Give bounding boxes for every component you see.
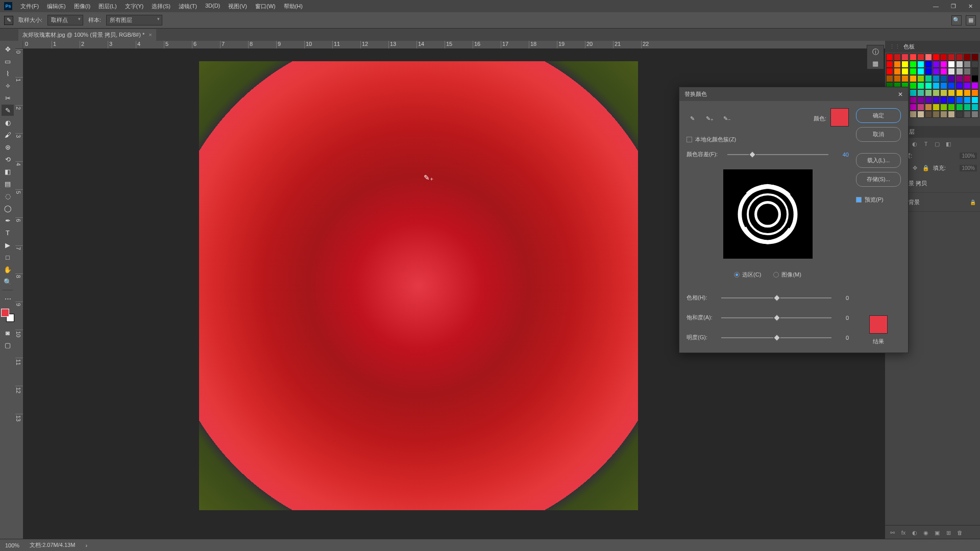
swatch[interactable] bbox=[964, 104, 971, 111]
eraser-tool[interactable]: ◧ bbox=[2, 166, 14, 177]
swatch[interactable] bbox=[971, 111, 978, 118]
dodge-tool[interactable]: ◯ bbox=[2, 203, 14, 214]
swatch[interactable] bbox=[933, 111, 940, 118]
swatch[interactable] bbox=[925, 104, 932, 111]
swatches-panel-icon[interactable]: ▦ bbox=[870, 59, 881, 68]
swatch[interactable] bbox=[940, 89, 947, 96]
history-brush-tool[interactable]: ⟲ bbox=[2, 154, 14, 165]
menu-help[interactable]: 帮助(H) bbox=[280, 1, 307, 12]
dialog-close-icon[interactable]: ✕ bbox=[898, 91, 903, 98]
swatch[interactable] bbox=[886, 61, 893, 68]
swatch[interactable] bbox=[917, 68, 924, 75]
swatch[interactable] bbox=[964, 68, 971, 75]
eyedropper-tool[interactable]: ✎ bbox=[2, 105, 14, 116]
swatch[interactable] bbox=[925, 96, 932, 104]
menu-type[interactable]: 文字(Y) bbox=[121, 1, 148, 12]
slider-thumb[interactable] bbox=[773, 334, 780, 341]
swatch[interactable] bbox=[940, 75, 947, 82]
swatch[interactable] bbox=[901, 68, 909, 75]
swatch[interactable] bbox=[971, 75, 978, 82]
menu-window[interactable]: 窗口(W) bbox=[251, 1, 280, 12]
path-selection-tool[interactable]: ▶ bbox=[2, 239, 14, 251]
saturation-slider[interactable] bbox=[721, 317, 831, 318]
swatch[interactable] bbox=[948, 54, 955, 61]
swatch[interactable] bbox=[910, 54, 917, 61]
swatch[interactable] bbox=[933, 82, 940, 89]
slider-thumb[interactable] bbox=[773, 294, 780, 301]
lock-position-icon[interactable]: ✥ bbox=[911, 164, 919, 172]
swatch[interactable] bbox=[910, 96, 917, 104]
fuzziness-slider[interactable] bbox=[727, 154, 828, 155]
swatch[interactable] bbox=[910, 82, 917, 89]
swatch[interactable] bbox=[886, 68, 893, 75]
swatch[interactable] bbox=[971, 104, 978, 111]
swatch[interactable] bbox=[901, 61, 909, 68]
lightness-value[interactable]: 0 bbox=[837, 335, 849, 341]
checkbox-checked-icon[interactable] bbox=[856, 197, 862, 203]
swatch[interactable] bbox=[971, 54, 978, 61]
hand-tool[interactable]: ✋ bbox=[2, 264, 14, 275]
swatch[interactable] bbox=[894, 54, 901, 61]
delete-layer-icon[interactable]: 🗑 bbox=[955, 529, 964, 537]
save-button[interactable]: 存储(S)... bbox=[856, 172, 901, 187]
swatch[interactable] bbox=[948, 82, 955, 89]
document-info[interactable]: 文档:2.07M/4.13M bbox=[30, 541, 75, 549]
document-tab[interactable]: 灰烬玫瑰素材.jpg @ 100% (背景 拷贝, RGB/8#) * × bbox=[18, 29, 156, 41]
slider-thumb[interactable] bbox=[748, 151, 755, 158]
hue-slider[interactable] bbox=[721, 297, 831, 298]
swatch[interactable] bbox=[940, 111, 947, 118]
zoom-tool[interactable]: 🔍 bbox=[2, 276, 14, 287]
healing-brush-tool[interactable]: ◐ bbox=[2, 117, 14, 128]
swatch[interactable] bbox=[964, 82, 971, 89]
swatch[interactable] bbox=[948, 89, 955, 96]
dialog-titlebar[interactable]: 替换颜色 ✕ bbox=[679, 87, 908, 101]
swatch[interactable] bbox=[956, 82, 963, 89]
sample-color-swatch[interactable] bbox=[830, 108, 849, 127]
swatch[interactable] bbox=[933, 104, 940, 111]
swatch[interactable] bbox=[910, 104, 917, 111]
slider-thumb[interactable] bbox=[773, 314, 780, 321]
swatch[interactable] bbox=[964, 111, 971, 118]
foreground-background-colors[interactable] bbox=[1, 309, 14, 322]
swatch[interactable] bbox=[948, 61, 955, 68]
menu-layer[interactable]: 图层(L) bbox=[94, 1, 120, 12]
swatch[interactable] bbox=[925, 68, 932, 75]
swatch[interactable] bbox=[917, 75, 924, 82]
swatch[interactable] bbox=[917, 61, 924, 68]
blur-tool[interactable]: ◌ bbox=[2, 190, 14, 202]
search-icon[interactable]: 🔍 bbox=[951, 15, 962, 26]
filter-shape-icon[interactable]: ▢ bbox=[933, 140, 941, 148]
swatch[interactable] bbox=[933, 61, 940, 68]
cancel-button[interactable]: 取消 bbox=[856, 127, 901, 142]
zoom-level[interactable]: 100% bbox=[5, 542, 19, 548]
swatch[interactable] bbox=[956, 68, 963, 75]
swatch[interactable] bbox=[948, 68, 955, 75]
opacity-value[interactable]: 100% bbox=[960, 153, 977, 159]
lock-all-icon[interactable]: 🔒 bbox=[922, 164, 930, 172]
new-fill-icon[interactable]: ◉ bbox=[922, 529, 930, 537]
saturation-value[interactable]: 0 bbox=[837, 315, 849, 321]
layer-fx-icon[interactable]: fx bbox=[899, 529, 908, 537]
swatch[interactable] bbox=[956, 96, 963, 104]
eyedropper-add-icon[interactable]: ✎₊ bbox=[704, 113, 715, 124]
menu-3d[interactable]: 3D(D) bbox=[201, 1, 224, 12]
layer-mask-icon[interactable]: ◐ bbox=[911, 529, 919, 537]
swatch[interactable] bbox=[940, 104, 947, 111]
clone-stamp-tool[interactable]: ⊛ bbox=[2, 141, 14, 153]
swatch[interactable] bbox=[925, 89, 932, 96]
swatch[interactable] bbox=[933, 68, 940, 75]
swatch[interactable] bbox=[940, 68, 947, 75]
swatch[interactable] bbox=[917, 104, 924, 111]
swatch[interactable] bbox=[948, 75, 955, 82]
menu-edit[interactable]: 编辑(E) bbox=[43, 1, 70, 12]
eyedropper-subtract-icon[interactable]: ✎₋ bbox=[721, 113, 732, 124]
swatch[interactable] bbox=[940, 54, 947, 61]
sample-size-dropdown[interactable]: 取样点 bbox=[47, 15, 83, 26]
new-group-icon[interactable]: ▣ bbox=[933, 529, 941, 537]
tool-preset-icon[interactable]: ✎ bbox=[4, 16, 13, 25]
swatch[interactable] bbox=[956, 89, 963, 96]
swatch[interactable] bbox=[925, 61, 932, 68]
swatch[interactable] bbox=[971, 89, 978, 96]
swatch[interactable] bbox=[917, 96, 924, 104]
swatch[interactable] bbox=[917, 82, 924, 89]
